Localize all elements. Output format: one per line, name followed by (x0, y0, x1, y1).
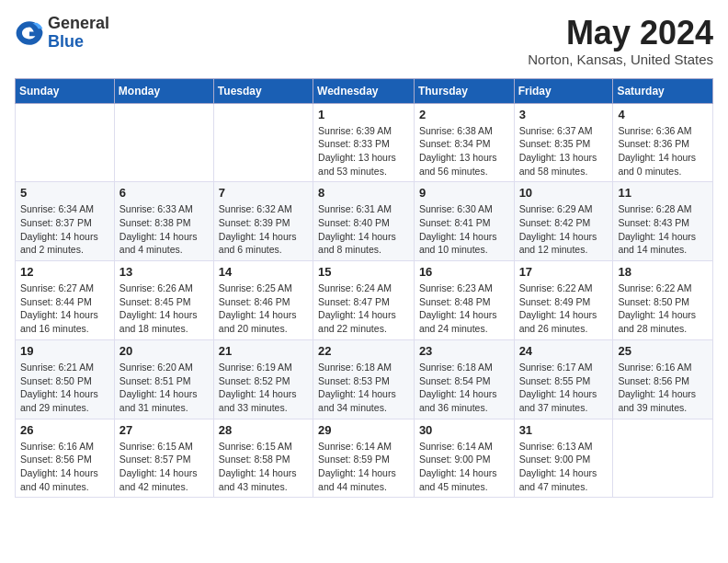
header-cell-thursday: Thursday (414, 78, 514, 103)
calendar-cell (213, 103, 313, 182)
day-info: Sunrise: 6:22 AMSunset: 8:49 PMDaylight:… (519, 282, 609, 336)
day-info: Sunrise: 6:36 AMSunset: 8:36 PMDaylight:… (618, 124, 708, 178)
day-number: 8 (318, 186, 409, 200)
day-info: Sunrise: 6:37 AMSunset: 8:35 PMDaylight:… (519, 124, 609, 178)
header-cell-sunday: Sunday (16, 78, 115, 103)
calendar-cell: 1Sunrise: 6:39 AMSunset: 8:33 PMDaylight… (313, 103, 415, 182)
day-info: Sunrise: 6:16 AMSunset: 8:56 PMDaylight:… (618, 361, 708, 415)
logo-icon (15, 18, 44, 48)
calendar-cell: 15Sunrise: 6:24 AMSunset: 8:47 PMDayligh… (313, 261, 415, 340)
day-info: Sunrise: 6:15 AMSunset: 8:58 PMDaylight:… (219, 440, 308, 494)
calendar-cell: 11Sunrise: 6:28 AMSunset: 8:43 PMDayligh… (613, 182, 713, 261)
calendar-cell: 20Sunrise: 6:20 AMSunset: 8:51 PMDayligh… (114, 339, 213, 419)
calendar-cell: 5Sunrise: 6:34 AMSunset: 8:37 PMDaylight… (16, 182, 115, 261)
header-cell-saturday: Saturday (613, 78, 713, 103)
day-info: Sunrise: 6:26 AMSunset: 8:45 PMDaylight:… (119, 282, 209, 336)
calendar-header: SundayMondayTuesdayWednesdayThursdayFrid… (16, 78, 713, 103)
day-info: Sunrise: 6:29 AMSunset: 8:42 PMDaylight:… (519, 202, 609, 257)
calendar-cell: 19Sunrise: 6:21 AMSunset: 8:50 PMDayligh… (16, 339, 115, 419)
day-info: Sunrise: 6:23 AMSunset: 8:48 PMDaylight:… (419, 282, 509, 336)
day-info: Sunrise: 6:33 AMSunset: 8:38 PMDaylight:… (119, 202, 209, 257)
day-info: Sunrise: 6:18 AMSunset: 8:53 PMDaylight:… (318, 361, 409, 415)
header-cell-wednesday: Wednesday (313, 78, 415, 103)
calendar-cell (114, 103, 213, 182)
day-number: 28 (219, 423, 308, 437)
day-number: 26 (20, 423, 109, 437)
day-number: 13 (119, 265, 209, 279)
day-number: 4 (618, 108, 708, 121)
logo-general: General (48, 14, 109, 32)
location: Norton, Kansas, United States (528, 52, 713, 67)
day-number: 5 (20, 186, 109, 200)
calendar-cell (16, 103, 115, 182)
calendar-cell: 31Sunrise: 6:13 AMSunset: 9:00 PMDayligh… (514, 419, 613, 498)
calendar-cell: 9Sunrise: 6:30 AMSunset: 8:41 PMDaylight… (414, 182, 514, 261)
day-info: Sunrise: 6:31 AMSunset: 8:40 PMDaylight:… (318, 202, 409, 257)
calendar-cell: 26Sunrise: 6:16 AMSunset: 8:56 PMDayligh… (16, 419, 115, 498)
calendar-cell: 3Sunrise: 6:37 AMSunset: 8:35 PMDaylight… (514, 103, 613, 182)
calendar-cell (613, 419, 713, 498)
calendar-cell: 13Sunrise: 6:26 AMSunset: 8:45 PMDayligh… (114, 261, 213, 340)
day-number: 2 (419, 108, 509, 121)
header-cell-tuesday: Tuesday (213, 78, 313, 103)
calendar-cell: 28Sunrise: 6:15 AMSunset: 8:58 PMDayligh… (213, 419, 313, 498)
calendar-cell: 6Sunrise: 6:33 AMSunset: 8:38 PMDaylight… (114, 182, 213, 261)
calendar-cell: 2Sunrise: 6:38 AMSunset: 8:34 PMDaylight… (414, 103, 514, 182)
day-info: Sunrise: 6:17 AMSunset: 8:55 PMDaylight:… (519, 361, 609, 415)
calendar-table: SundayMondayTuesdayWednesdayThursdayFrid… (15, 78, 713, 499)
calendar-cell: 21Sunrise: 6:19 AMSunset: 8:52 PMDayligh… (213, 339, 313, 419)
day-info: Sunrise: 6:21 AMSunset: 8:50 PMDaylight:… (20, 361, 109, 415)
day-info: Sunrise: 6:39 AMSunset: 8:33 PMDaylight:… (318, 124, 409, 178)
calendar-cell: 14Sunrise: 6:25 AMSunset: 8:46 PMDayligh… (213, 261, 313, 340)
day-info: Sunrise: 6:14 AMSunset: 8:59 PMDaylight:… (318, 440, 409, 494)
calendar-week-5: 26Sunrise: 6:16 AMSunset: 8:56 PMDayligh… (16, 419, 713, 498)
calendar-cell: 12Sunrise: 6:27 AMSunset: 8:44 PMDayligh… (16, 261, 115, 340)
day-info: Sunrise: 6:15 AMSunset: 8:57 PMDaylight:… (119, 440, 209, 494)
day-info: Sunrise: 6:16 AMSunset: 8:56 PMDaylight:… (20, 440, 109, 494)
header-row: SundayMondayTuesdayWednesdayThursdayFrid… (16, 78, 713, 103)
day-number: 20 (119, 344, 209, 358)
header-cell-friday: Friday (514, 78, 613, 103)
calendar-body: 1Sunrise: 6:39 AMSunset: 8:33 PMDaylight… (16, 103, 713, 498)
day-info: Sunrise: 6:30 AMSunset: 8:41 PMDaylight:… (419, 202, 509, 257)
day-info: Sunrise: 6:38 AMSunset: 8:34 PMDaylight:… (419, 124, 509, 178)
day-number: 11 (618, 186, 708, 200)
day-number: 12 (20, 265, 109, 279)
day-number: 22 (318, 344, 409, 358)
day-number: 21 (219, 344, 308, 358)
logo: General Blue (15, 15, 109, 52)
day-info: Sunrise: 6:14 AMSunset: 9:00 PMDaylight:… (419, 440, 509, 494)
logo-blue-text: Blue (48, 32, 84, 51)
calendar-cell: 25Sunrise: 6:16 AMSunset: 8:56 PMDayligh… (613, 339, 713, 419)
day-number: 19 (20, 344, 109, 358)
month-title: May 2024 (528, 15, 713, 52)
calendar-cell: 16Sunrise: 6:23 AMSunset: 8:48 PMDayligh… (414, 261, 514, 340)
title-block: May 2024 Norton, Kansas, United States (528, 15, 713, 67)
day-number: 31 (519, 423, 609, 437)
day-number: 24 (519, 344, 609, 358)
day-info: Sunrise: 6:32 AMSunset: 8:39 PMDaylight:… (219, 202, 308, 257)
day-number: 27 (119, 423, 209, 437)
day-number: 14 (219, 265, 308, 279)
calendar-week-1: 1Sunrise: 6:39 AMSunset: 8:33 PMDaylight… (16, 103, 713, 182)
day-info: Sunrise: 6:18 AMSunset: 8:54 PMDaylight:… (419, 361, 509, 415)
day-number: 25 (618, 344, 708, 358)
day-number: 17 (519, 265, 609, 279)
calendar-cell: 18Sunrise: 6:22 AMSunset: 8:50 PMDayligh… (613, 261, 713, 340)
day-info: Sunrise: 6:28 AMSunset: 8:43 PMDaylight:… (618, 202, 708, 257)
calendar-week-3: 12Sunrise: 6:27 AMSunset: 8:44 PMDayligh… (16, 261, 713, 340)
day-number: 10 (519, 186, 609, 200)
calendar-cell: 30Sunrise: 6:14 AMSunset: 9:00 PMDayligh… (414, 419, 514, 498)
day-number: 3 (519, 108, 609, 121)
day-number: 30 (419, 423, 509, 437)
calendar-cell: 24Sunrise: 6:17 AMSunset: 8:55 PMDayligh… (514, 339, 613, 419)
calendar-cell: 27Sunrise: 6:15 AMSunset: 8:57 PMDayligh… (114, 419, 213, 498)
day-number: 29 (318, 423, 409, 437)
calendar-cell: 29Sunrise: 6:14 AMSunset: 8:59 PMDayligh… (313, 419, 415, 498)
header-cell-monday: Monday (114, 78, 213, 103)
day-number: 1 (318, 108, 409, 121)
day-number: 7 (219, 186, 308, 200)
day-info: Sunrise: 6:34 AMSunset: 8:37 PMDaylight:… (20, 202, 109, 257)
calendar-cell: 17Sunrise: 6:22 AMSunset: 8:49 PMDayligh… (514, 261, 613, 340)
day-number: 18 (618, 265, 708, 279)
